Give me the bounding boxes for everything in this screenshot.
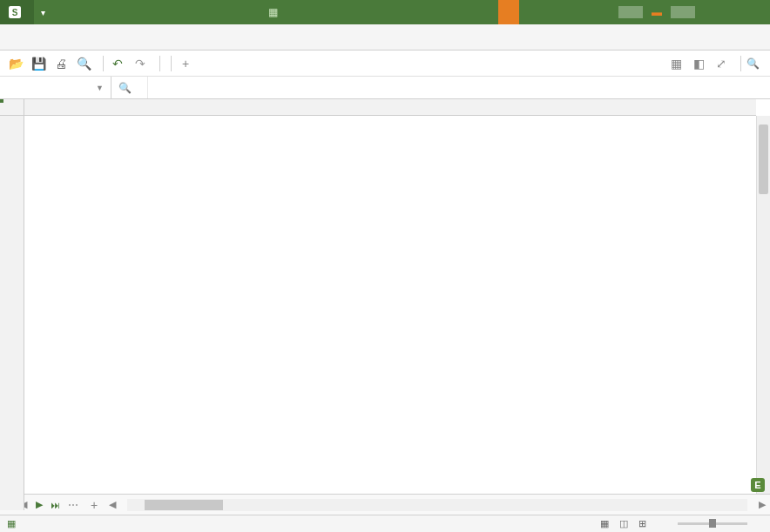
separator (159, 56, 160, 71)
hscroll-left-icon[interactable]: ◀ (105, 499, 120, 510)
command-search[interactable]: 🔍 (746, 57, 763, 70)
vertical-scrollbar[interactable] (756, 116, 770, 510)
login-button[interactable] (498, 0, 519, 24)
save-icon[interactable]: 💾 (30, 55, 47, 72)
row-headers (0, 116, 24, 510)
window-icon[interactable]: ◧ (690, 55, 707, 72)
minimize-button[interactable]: ▬ (645, 6, 669, 18)
collapse-icon[interactable]: ⤢ (713, 55, 730, 72)
formula-bar: ▼ 🔍 (0, 77, 770, 99)
window-controls: ▬ (519, 6, 770, 18)
view-split-icon[interactable]: ⊞ (638, 518, 646, 529)
toolbar: 📂 💾 🖨 🔍 ↶ ↷ + ▦ ◧ ⤢ 🔍 (0, 51, 770, 77)
spreadsheet-grid (0, 99, 770, 510)
scrollbar-thumb[interactable] (759, 125, 768, 194)
separator (171, 56, 172, 71)
separator (103, 56, 104, 71)
view-normal-icon[interactable]: ▦ (600, 518, 609, 529)
print-direct-icon[interactable]: 🖨 (52, 55, 70, 72)
name-box[interactable]: ▼ (24, 77, 111, 98)
separator (740, 56, 741, 71)
window-title: ▦ (52, 6, 498, 18)
watermark-badge-icon: E (751, 478, 765, 492)
sheet-nav-next-icon[interactable]: ▶ (31, 499, 47, 510)
doc-icon: ▦ (268, 6, 278, 18)
cells-area[interactable] (24, 116, 756, 510)
undo-icon[interactable]: ↶ (109, 55, 126, 72)
open-icon[interactable]: 📂 (7, 55, 24, 72)
add-sheet-button[interactable]: + (84, 498, 105, 512)
sheet-nav-last-icon[interactable]: ⏭ (47, 500, 63, 510)
app-menu[interactable]: S (0, 0, 34, 24)
print-preview-icon[interactable]: 🔍 (75, 55, 92, 72)
sheet-more-icon[interactable]: ⋯ (63, 499, 84, 511)
horizontal-scrollbar[interactable] (127, 499, 747, 511)
doc-mode-icon[interactable]: ▦ (7, 518, 16, 529)
fx-search-icon[interactable]: 🔍 (118, 82, 132, 94)
zoom-slider-knob[interactable] (709, 519, 716, 528)
zoom-slider[interactable] (678, 522, 747, 525)
search-icon: 🔍 (746, 57, 760, 70)
wps-logo-icon: S (9, 6, 21, 18)
menu-bar (0, 24, 770, 51)
view-page-icon[interactable]: ◫ (619, 518, 628, 529)
redo-icon[interactable]: ↷ (132, 55, 149, 72)
app-menu-dropdown-icon[interactable]: ▾ (41, 8, 45, 17)
status-bar: ▦ ▦ ◫ ⊞ (0, 515, 770, 532)
select-all-corner[interactable] (0, 99, 24, 116)
sheet-tabs-bar: ⏮ ◀ ▶ ⏭ ⋯ + ◀ ▶ (0, 494, 770, 515)
hscroll-right-icon[interactable]: ▶ (754, 499, 770, 510)
grid-icon[interactable]: ▦ (667, 55, 685, 72)
scrollbar-thumb[interactable] (145, 500, 223, 510)
divider (618, 6, 643, 18)
add-tab-icon[interactable]: + (177, 55, 194, 72)
watermark: E (751, 478, 767, 492)
divider (671, 6, 695, 18)
column-headers (24, 99, 756, 116)
title-bar: S ▾ ▦ ▬ (0, 0, 770, 24)
chevron-down-icon: ▼ (96, 84, 104, 92)
